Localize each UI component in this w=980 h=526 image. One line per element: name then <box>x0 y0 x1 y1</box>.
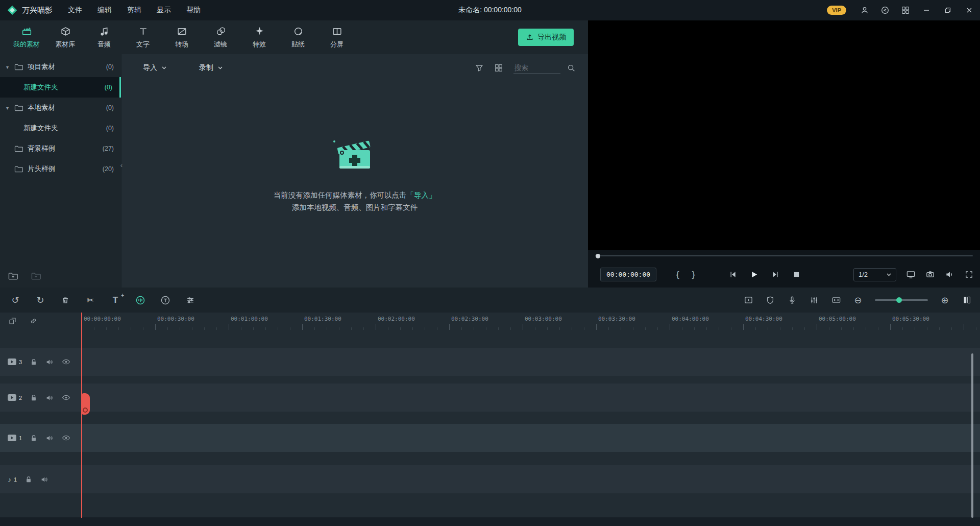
sidebar-item-intro-samples[interactable]: 片头样例 (20) <box>0 159 121 179</box>
mute-track-icon[interactable] <box>40 475 48 484</box>
menu-file[interactable]: 文件 <box>68 6 82 15</box>
collapse-sidebar-handle[interactable]: ‹ <box>120 161 122 169</box>
delete-folder-button[interactable] <box>31 272 41 280</box>
sidebar-item-count: (27) <box>103 145 114 152</box>
search-icon[interactable] <box>567 63 576 73</box>
timeline-zoom-slider[interactable] <box>875 297 928 303</box>
lock-track-icon[interactable] <box>30 394 37 401</box>
restore-button[interactable] <box>937 0 959 20</box>
play-button[interactable] <box>750 271 758 278</box>
render-preview-button[interactable] <box>743 295 753 305</box>
external-monitor-icon[interactable] <box>906 270 916 279</box>
import-link[interactable]: 「导入」 <box>407 191 436 199</box>
split-button[interactable]: ✂ <box>85 296 95 305</box>
tab-effects[interactable]: 特效 <box>240 22 279 53</box>
mask-button[interactable] <box>765 296 775 305</box>
step-forward-button[interactable] <box>772 271 779 278</box>
expand-caret-icon[interactable]: ▾ <box>6 64 14 70</box>
tab-stickers[interactable]: 贴纸 <box>279 22 317 53</box>
lock-track-icon[interactable] <box>30 358 37 366</box>
tab-filters[interactable]: 滤镜 <box>201 22 240 53</box>
text-to-speech-button[interactable] <box>160 295 170 305</box>
tab-my-media[interactable]: 我的素材 <box>7 22 46 53</box>
seek-bar[interactable] <box>588 250 980 261</box>
fit-timeline-button[interactable] <box>831 295 841 305</box>
sidebar-item-new-folder-project[interactable]: 新建文件夹 (0) <box>0 77 121 98</box>
menu-edit[interactable]: 编辑 <box>97 6 112 15</box>
mute-track-icon[interactable] <box>45 358 54 366</box>
video-track-3[interactable]: 3 <box>0 348 980 376</box>
grid-view-icon[interactable] <box>494 63 503 73</box>
mark-in-button[interactable]: { <box>675 270 680 279</box>
mute-track-icon[interactable] <box>45 394 54 402</box>
seek-handle[interactable] <box>596 254 600 258</box>
add-text-button[interactable]: T+ <box>110 295 120 305</box>
record-dropdown[interactable]: 录制 <box>199 63 223 73</box>
toggle-visibility-icon[interactable] <box>62 358 70 365</box>
feedback-icon[interactable] <box>875 6 895 15</box>
speech-to-text-button[interactable] <box>135 295 145 305</box>
minimize-button[interactable] <box>916 0 937 20</box>
toggle-visibility-icon[interactable] <box>62 394 70 401</box>
tab-transitions[interactable]: 转场 <box>162 22 201 53</box>
audio-track-1[interactable]: ♪1 <box>0 465 980 493</box>
export-button[interactable]: 导出视频 <box>518 29 574 46</box>
undo-button[interactable]: ↺ <box>10 296 20 305</box>
mute-track-icon[interactable] <box>45 434 54 442</box>
lock-track-icon[interactable] <box>25 475 32 483</box>
ruler-label: 00:04:00:00 <box>672 316 709 322</box>
video-track-icon: 1 <box>8 435 22 441</box>
tab-text[interactable]: 文字 <box>124 22 162 53</box>
account-icon[interactable] <box>854 6 875 15</box>
import-dropdown[interactable]: 导入 <box>143 63 166 73</box>
panel-layout-button[interactable] <box>962 296 972 304</box>
record-voiceover-button[interactable] <box>787 296 797 305</box>
tab-split-screen[interactable]: 分屏 <box>317 22 356 53</box>
search-input[interactable] <box>513 62 560 74</box>
filter-icon[interactable] <box>475 63 484 73</box>
adjust-button[interactable] <box>185 296 195 305</box>
sidebar-item-project-media[interactable]: ▾ 项目素材 (0) <box>0 57 121 77</box>
audio-mixer-button[interactable] <box>809 296 819 305</box>
video-track-2[interactable]: 2 <box>0 384 980 412</box>
sidebar-item-local-media[interactable]: ▾ 本地素材 (0) <box>0 98 121 118</box>
redo-button[interactable]: ↻ <box>35 296 45 305</box>
timeline-ruler[interactable]: 00:00:00:00 00:00:30:00 00:01:00:00 00:0… <box>0 313 980 330</box>
stop-button[interactable] <box>793 271 800 278</box>
sidebar-item-new-folder-local[interactable]: 新建文件夹 (0) <box>0 118 121 138</box>
chevron-down-icon <box>218 66 223 69</box>
tab-audio[interactable]: 音频 <box>85 22 124 53</box>
link-clips-icon[interactable] <box>29 317 38 325</box>
volume-icon[interactable] <box>945 270 954 279</box>
playhead-handle[interactable] <box>82 393 90 415</box>
preview-quality-dropdown[interactable]: 1/2 <box>853 268 896 281</box>
step-backward-button[interactable] <box>729 271 737 278</box>
menu-help[interactable]: 帮助 <box>186 6 201 15</box>
zoom-out-button[interactable]: ⊖ <box>853 296 863 305</box>
snapshot-icon[interactable] <box>925 270 935 279</box>
add-clip-icon[interactable] <box>8 317 17 325</box>
delete-button[interactable] <box>60 296 70 305</box>
timeline-scrollbar[interactable] <box>971 353 973 518</box>
menu-clip[interactable]: 剪辑 <box>127 6 141 15</box>
tab-stock-media[interactable]: 素材库 <box>46 22 85 53</box>
fullscreen-icon[interactable] <box>964 270 974 279</box>
sidebar-item-background-samples[interactable]: 背景样例 (27) <box>0 138 121 159</box>
expand-caret-icon[interactable]: ▾ <box>6 105 14 111</box>
mark-out-button[interactable]: } <box>691 270 696 279</box>
vip-badge[interactable]: VIP <box>827 6 846 15</box>
seek-track[interactable] <box>595 255 973 256</box>
new-folder-button[interactable] <box>8 272 18 280</box>
close-button[interactable] <box>959 0 980 20</box>
zoom-slider-thumb[interactable] <box>896 297 902 303</box>
workspace-layout-icon[interactable] <box>895 6 916 15</box>
zoom-in-button[interactable]: ⊕ <box>940 296 950 305</box>
lock-track-icon[interactable] <box>30 434 37 442</box>
sidebar-item-label: 片头样例 <box>28 164 55 174</box>
toggle-visibility-icon[interactable] <box>62 435 70 441</box>
menu-view[interactable]: 显示 <box>157 6 171 15</box>
playhead[interactable] <box>81 313 82 518</box>
track-number: 1 <box>14 476 17 483</box>
track-header: 1 <box>0 424 82 452</box>
video-track-1[interactable]: 1 <box>0 424 980 452</box>
